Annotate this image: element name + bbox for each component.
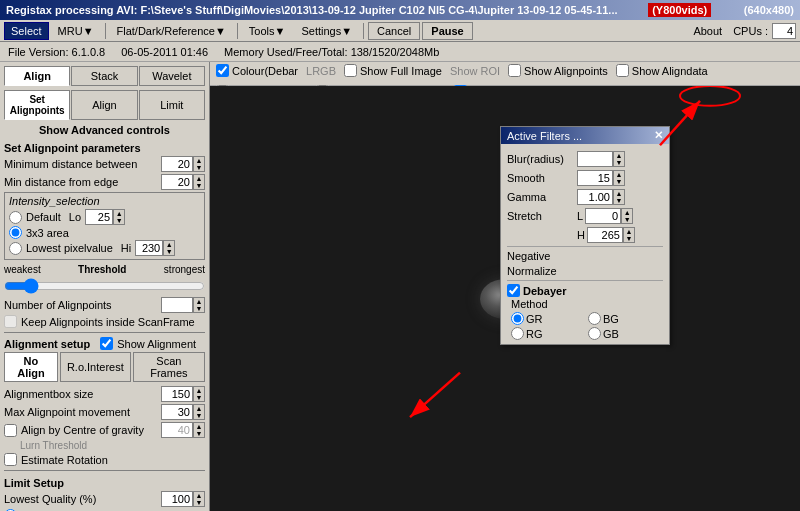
dialog-title-text: Active Filters ... [507,130,582,142]
menu-settings[interactable]: Settings▼ [294,22,359,40]
min-dist-between-input[interactable] [161,156,193,172]
cancel-button[interactable]: Cancel [368,22,420,40]
debayer-checkbox[interactable] [507,284,520,297]
max-alignpoint-input[interactable] [161,404,193,420]
svg-line-2 [410,373,460,417]
menu-tools[interactable]: Tools▼ [242,22,293,40]
file-version: File Version: 6.1.0.8 [8,46,105,58]
show-alignpoints-label: Show Alignpoints [524,65,608,77]
gamma-spinner[interactable]: ▲ ▼ [613,189,625,205]
smooth-row: Smooth ▲ ▼ [507,170,663,186]
stretch-l-input[interactable] [585,208,621,224]
blur-spinner[interactable]: ▲ ▼ [613,151,625,167]
svg-point-1 [680,86,740,106]
stretch-l-spinner[interactable]: ▲ ▼ [621,208,633,224]
show-aligndata-checkbox[interactable] [616,64,629,77]
align-centre-checkbox[interactable] [4,424,17,437]
estimate-rotation-row: Estimate Rotation [4,453,205,466]
debayer-rg-radio[interactable] [511,327,524,340]
num-alignpoints-input-group: ▲ ▼ [161,297,205,313]
normalize-row: Normalize [507,265,663,277]
gamma-input[interactable] [577,189,613,205]
show-alignpoints-checkbox[interactable] [508,64,521,77]
debayer-gb-radio[interactable] [588,327,601,340]
menu-flatdark[interactable]: Flat/Dark/Reference▼ [110,22,233,40]
debayer-bg-radio[interactable] [588,312,601,325]
tab-stack[interactable]: Stack [71,66,137,86]
centre-input[interactable] [161,422,193,438]
dialog-title-bar: Active Filters ... ✕ [501,127,669,144]
blur-input[interactable] [577,151,613,167]
debayer-method-label: Method [511,298,663,310]
min-dist-edge-input[interactable] [161,174,193,190]
stretch-h-input[interactable] [587,227,623,243]
hi-spinner[interactable]: ▲ ▼ [163,240,175,256]
show-full-image-checkbox[interactable] [344,64,357,77]
lowest-pixel-radio[interactable] [9,242,22,255]
estimate-rotation-checkbox[interactable] [4,453,17,466]
smooth-spinner[interactable]: ▲ ▼ [613,170,625,186]
align-centre-label: Align by Centre of gravity [21,424,144,436]
menu-mru[interactable]: MRU▼ [51,22,101,40]
max-alignpoint-spinner[interactable]: ▲ ▼ [193,404,205,420]
alignment-setup: Alignment setup Show Alignment No Align … [4,337,205,382]
limit-setup-title: Limit Setup [4,477,205,489]
smooth-input-group: ▲ ▼ [577,170,625,186]
threshold-strongest: strongest [164,264,205,275]
ro-interest-btn[interactable]: R.o.Interest [60,352,131,382]
keep-inside-label: Keep Alignpoints inside ScanFrame [21,316,195,328]
threshold-row: weakest Threshold strongest [4,264,205,275]
colour-debar-checkbox[interactable] [216,64,229,77]
separator-2 [4,470,205,471]
num-alignpoints-spinner[interactable]: ▲ ▼ [193,297,205,313]
debayer-label: Debayer [523,285,566,297]
threshold-slider[interactable] [4,279,205,293]
alignment-box-spinner[interactable]: ▲ ▼ [193,386,205,402]
stretch-l-label: L [577,210,583,222]
hi-label: Hi [121,242,131,254]
intensity-section: Intensity_selection Default Lo ▲ ▼ 3x3 a… [4,192,205,260]
lowest-quality-input[interactable] [161,491,193,507]
scan-frames-btn[interactable]: Scan Frames [133,352,205,382]
debayer-bg-label: BG [603,313,619,325]
smooth-input[interactable] [577,170,613,186]
subtab-align[interactable]: Align [71,90,137,120]
lowest-quality-spinner[interactable]: ▲ ▼ [193,491,205,507]
subtab-limit[interactable]: Limit [139,90,205,120]
intensity-title: Intensity_selection [9,195,200,207]
alignment-box-row: Alignmentbox size ▲ ▼ [4,386,205,402]
blur-row: Blur(radius) ▲ ▼ [507,151,663,167]
num-alignpoints-input[interactable] [161,297,193,313]
debayer-gb-row: GB [588,327,663,340]
show-alignment-checkbox[interactable] [100,337,113,350]
filter-sep-1 [507,246,663,247]
lo-input[interactable] [85,209,113,225]
gamma-row: Gamma ▲ ▼ [507,189,663,205]
tab-wavelet[interactable]: Wavelet [139,66,205,86]
menu-about[interactable]: About [686,22,729,40]
lo-spinner[interactable]: ▲ ▼ [113,209,125,225]
default-radio[interactable] [9,211,22,224]
debayer-gr-radio[interactable] [511,312,524,325]
alignment-box-input[interactable] [161,386,193,402]
dialog-close-btn[interactable]: ✕ [654,129,663,142]
pause-button[interactable]: Pause [422,22,472,40]
keep-inside-checkbox[interactable] [4,315,17,328]
cpus-input[interactable]: 4 [772,23,796,39]
min-dist-between-spinner[interactable]: ▲ ▼ [193,156,205,172]
min-dist-edge-spinner[interactable]: ▲ ▼ [193,174,205,190]
no-align-btn[interactable]: No Align [4,352,58,382]
min-dist-between-input-group: ▲ ▼ [161,156,205,172]
subtab-set-alignpoints[interactable]: Set Alignpoints [4,90,70,120]
show-aligndata-label: Show Aligndata [632,65,708,77]
hi-input[interactable] [135,240,163,256]
centre-spinner[interactable]: ▲ ▼ [193,422,205,438]
estimate-rotation-label: Estimate Rotation [21,454,108,466]
debayer-section: Debayer Method GR BG [507,284,663,340]
area3x3-radio[interactable] [9,226,22,239]
menu-select[interactable]: Select [4,22,49,40]
title-bar: Registax processing AVI: F:\Steve's Stuf… [0,0,800,20]
tab-align[interactable]: Align [4,66,70,86]
stretch-h-spinner[interactable]: ▲ ▼ [623,227,635,243]
main-tab-row: Align Stack Wavelet [4,66,205,86]
